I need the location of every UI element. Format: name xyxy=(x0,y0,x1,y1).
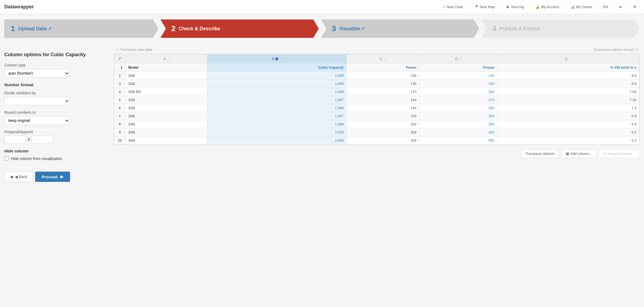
new-map-button[interactable]: 📍 New Map xyxy=(471,3,498,11)
cell-model[interactable]: 320i xyxy=(126,96,207,104)
round-select[interactable]: keep original 0 decimals 1 decimal 2 dec… xyxy=(4,116,69,125)
cell-cubic-capacity[interactable]: 1,598 xyxy=(207,72,346,80)
step-3[interactable]: 3 Visualize ✓ xyxy=(321,19,479,38)
new-chart-button[interactable]: + New Chart xyxy=(440,3,466,11)
cell-0-100[interactable]: 8.9 xyxy=(497,72,639,80)
cell-power[interactable]: 326 xyxy=(347,136,419,145)
language-button[interactable]: EN xyxy=(600,3,611,11)
add-column-button[interactable]: ▦ Add column... xyxy=(561,149,597,158)
cell-0-100[interactable]: 8.9 xyxy=(497,80,639,88)
append-input[interactable] xyxy=(32,136,53,144)
cell-model[interactable]: 340i xyxy=(126,136,207,145)
step-2-number: 2 xyxy=(171,24,176,33)
hide-column-label: Hide column from visualization xyxy=(11,156,62,161)
col-c-letter[interactable]: C ▾ xyxy=(347,54,419,64)
step-2[interactable]: 2 Check & Describe xyxy=(160,19,319,38)
header-nav: + New Chart 📍 New Map 🏛 Test-Org 🔒 My Ac… xyxy=(440,3,640,11)
cell-power[interactable]: 245 xyxy=(347,112,419,120)
transpose-dataset-button[interactable]: Transpose dataset xyxy=(521,149,559,158)
cell-power[interactable]: 306 xyxy=(347,128,419,136)
col-b-letter[interactable]: B ▾ xyxy=(207,54,346,64)
table-row: 5 320i 1,997 184 270 7.30 xyxy=(114,96,639,104)
cell-torque[interactable]: 220 xyxy=(419,80,497,88)
cell-torque[interactable]: 250 xyxy=(419,88,497,96)
cell-power[interactable]: 136 xyxy=(347,80,419,88)
transpose-hint: Transpose data table xyxy=(116,48,153,52)
cell-model[interactable]: 330i xyxy=(126,120,207,128)
cell-torque[interactable]: 350 xyxy=(419,120,497,128)
cell-power[interactable]: 170 xyxy=(347,88,419,96)
col-b-active-icon xyxy=(275,58,278,60)
cell-torque[interactable]: 270 xyxy=(419,96,497,104)
cell-cubic-capacity[interactable]: 1,997 xyxy=(207,112,346,120)
header-0-100[interactable]: 0–100 km/h in s xyxy=(497,64,639,72)
cell-0-100[interactable]: 7.2 xyxy=(497,104,639,112)
step-4[interactable]: 4 Publish & Embed xyxy=(481,19,640,38)
cell-model[interactable]: 320i ED xyxy=(126,88,207,96)
settings-button[interactable]: ⚙ xyxy=(630,3,640,11)
prepend-input[interactable] xyxy=(4,136,26,144)
col-b-header-inner: B ▾ xyxy=(210,57,344,61)
header-model[interactable]: Model xyxy=(126,64,207,72)
cell-torque[interactable]: 220 xyxy=(419,72,497,80)
cell-0-100[interactable]: 7.60 xyxy=(497,88,639,96)
cell-torque[interactable]: 290 xyxy=(419,104,497,112)
back-button[interactable]: ◀ ◀ Back xyxy=(4,172,33,182)
column-type-select[interactable]: auto (Number) Text Number Date xyxy=(4,69,69,78)
cell-torque[interactable]: 350 xyxy=(419,112,497,120)
cell-cubic-capacity[interactable]: 1,499 xyxy=(207,80,346,88)
divide-select[interactable] xyxy=(4,97,69,105)
revert-changes-button[interactable]: ↺ Revert changes... xyxy=(599,149,640,158)
column-type-group: Column type auto (Number) Text Number Da… xyxy=(4,63,107,78)
cell-model[interactable]: 320i xyxy=(126,104,207,112)
cell-cubic-capacity[interactable]: 1,997 xyxy=(207,96,346,104)
cell-0-100[interactable]: 5.9 xyxy=(497,120,639,128)
col-e-letter[interactable]: E ▾ xyxy=(497,54,639,64)
cell-cubic-capacity[interactable]: 1,598 xyxy=(207,88,346,96)
step-4-label: Publish & Embed xyxy=(500,26,540,32)
cell-power[interactable]: 184 xyxy=(347,104,419,112)
number-format-title: Number format xyxy=(4,82,107,87)
cell-model[interactable]: 328i xyxy=(126,112,207,120)
divide-label: Divide numbers by xyxy=(4,91,107,95)
logout-button[interactable]: ➦ xyxy=(616,3,625,11)
step-1-label: Upload Data ✓ xyxy=(18,26,52,32)
cell-cubic-capacity[interactable]: 2,998 xyxy=(207,136,346,145)
nav-divider-6 xyxy=(613,4,614,10)
cell-model[interactable]: 318i xyxy=(126,80,207,88)
header-cubic-capacity[interactable]: Cubic Capacity xyxy=(207,64,346,72)
table-row: 6 320i 1,998 184 290 7.2 xyxy=(114,104,639,112)
data-header-row: 1 Model Cubic Capacity Power Torque 0–10… xyxy=(114,64,639,72)
cell-cubic-capacity[interactable]: 1,998 xyxy=(207,120,346,128)
cell-power[interactable]: 184 xyxy=(347,96,419,104)
col-d-letter[interactable]: D ▾ xyxy=(419,54,497,64)
col-letters-row: ↱ A ▾ B ▾ xyxy=(114,54,639,64)
my-account-button[interactable]: 🔒 My Account xyxy=(532,3,563,11)
prepend-append-group: Prepend/Append # xyxy=(4,130,107,144)
cell-model[interactable]: 316i xyxy=(126,72,207,80)
cell-0-100[interactable]: 5.2 xyxy=(497,136,639,145)
cell-0-100[interactable]: 5.9 xyxy=(497,112,639,120)
step-3-check: ✓ xyxy=(361,26,365,31)
header-power[interactable]: Power xyxy=(347,64,419,72)
step-3-number: 3 xyxy=(332,24,336,33)
step-1[interactable]: 1 Upload Data ✓ xyxy=(4,19,158,38)
cell-torque[interactable]: 450 xyxy=(419,136,497,145)
cell-power[interactable]: 136 xyxy=(347,72,419,80)
cell-0-100[interactable]: 7.30 xyxy=(497,96,639,104)
proceed-button[interactable]: Proceed ▶ xyxy=(35,172,70,182)
col-a-letter[interactable]: A ▾ xyxy=(126,54,207,64)
right-panel: Transpose data table Customize column fo… xyxy=(114,48,640,186)
cell-power[interactable]: 252 xyxy=(347,120,419,128)
cell-model[interactable]: 335i xyxy=(126,128,207,136)
cell-0-100[interactable]: 5.5 xyxy=(497,128,639,136)
header-torque[interactable]: Torque xyxy=(419,64,497,72)
cell-cubic-capacity[interactable]: 2,979 xyxy=(207,128,346,136)
table-body: 2 316i 1,598 136 220 8.9 3 318i 1,499 13… xyxy=(114,72,639,145)
cell-cubic-capacity[interactable]: 1,998 xyxy=(207,104,346,112)
test-org-button[interactable]: 🏛 Test-Org xyxy=(503,3,528,11)
hide-column-checkbox[interactable] xyxy=(4,156,9,161)
my-charts-button[interactable]: 📊 My Charts xyxy=(567,3,595,11)
nav-divider-5 xyxy=(597,4,598,10)
cell-torque[interactable]: 400 xyxy=(419,128,497,136)
